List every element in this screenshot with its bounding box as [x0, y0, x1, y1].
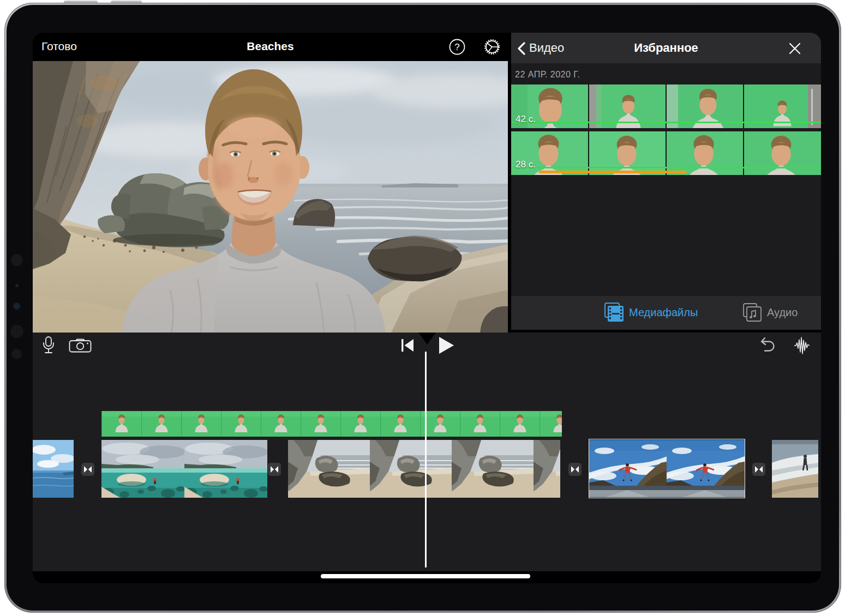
svg-text:?: ?	[454, 42, 459, 52]
